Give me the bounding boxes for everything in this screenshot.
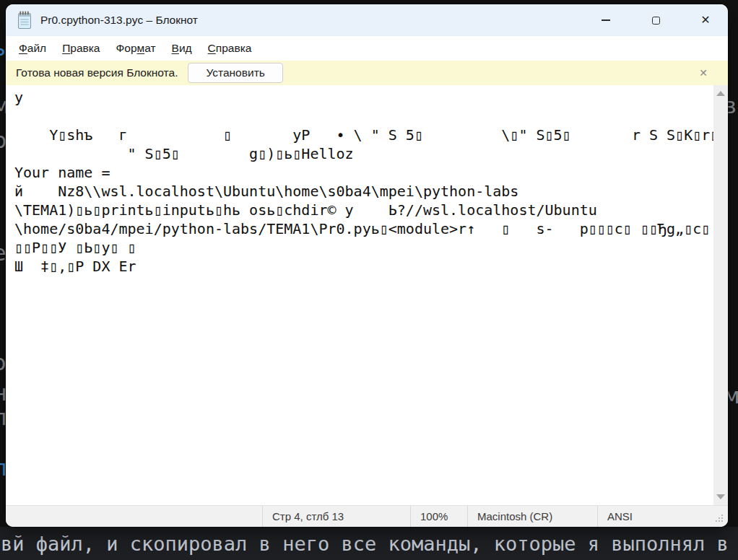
menu-accel: П <box>62 42 70 54</box>
update-notification-bar: Готова новая версия Блокнота. Установить… <box>6 61 728 85</box>
editor-line: й Nz8\\wsl.localhost\Ubuntu\home\s0ba4\m… <box>14 182 713 201</box>
menu-label-part: ид <box>179 42 192 54</box>
menu-file[interactable]: Файл <box>11 38 54 58</box>
menu-accel: С <box>208 42 216 54</box>
window-controls: ✕ <box>573 4 728 36</box>
menu-view[interactable]: Вид <box>164 38 200 58</box>
scroll-up-icon[interactable] <box>716 91 725 96</box>
statusbar: Стр 4, стлб 13 100% Macintosh (CR) ANSI <box>6 505 728 527</box>
notepad-window: Pr0.cpython-313.pyc – Блокнот ✕ Файл Пра… <box>6 4 728 527</box>
menu-label-part: правка <box>216 42 252 54</box>
update-message: Готова новая версия Блокнота. <box>16 66 178 79</box>
text-editor[interactable]: у Y▯shъ г ▯ yP • \ " S 5▯ \▯" S▯5▯ r S S… <box>6 85 713 505</box>
editor-line: \TEMA1)▯ь▯printь▯inputь▯hь osь▯chdir© y … <box>14 201 713 219</box>
status-line-ending: Macintosh (CR) <box>467 506 597 527</box>
maximize-button[interactable] <box>639 4 672 36</box>
notepad-app-icon <box>16 10 33 30</box>
editor-line: \home/s0ba4/mpei/python-labs/TEMA1\Pr0.p… <box>14 219 713 238</box>
menu-format[interactable]: Формат <box>108 38 163 58</box>
maximize-icon <box>652 17 660 25</box>
editor-line: у <box>14 88 713 107</box>
status-encoding: ANSI <box>597 506 728 527</box>
notification-close-icon[interactable]: ✕ <box>699 68 708 78</box>
editor-line <box>14 107 713 126</box>
menu-accel: В <box>172 42 179 54</box>
close-button[interactable]: ✕ <box>689 4 722 36</box>
background-letter: ь <box>0 38 6 59</box>
menu-edit[interactable]: Правка <box>54 38 108 58</box>
install-button[interactable]: Установить <box>188 63 282 83</box>
menu-help[interactable]: Справка <box>200 38 260 58</box>
menu-accel: м <box>137 42 145 54</box>
resize-grip[interactable] <box>716 515 724 523</box>
editor-line: Ш ‡▯,▯P DX Er <box>14 257 713 276</box>
minimize-icon <box>602 19 610 21</box>
status-spacer <box>6 506 262 527</box>
vertical-scrollbar[interactable] <box>713 85 728 505</box>
window-title: Pr0.cpython-313.pyc – Блокнот <box>40 14 198 27</box>
status-zoom-level: 100% <box>410 506 467 527</box>
status-cursor-position: Стр 4, стлб 13 <box>262 506 410 527</box>
titlebar[interactable]: Pr0.cpython-313.pyc – Блокнот ✕ <box>6 4 728 36</box>
close-icon: ✕ <box>700 14 710 26</box>
menu-label-part: равка <box>70 42 100 54</box>
editor-line: ▯▯P▯▯У ▯Ь▯у▯ ▯ <box>14 238 713 257</box>
minimize-button[interactable] <box>589 4 622 36</box>
editor-line: Y▯shъ г ▯ yP • \ " S 5▯ \▯" S▯5▯ r S S▯K… <box>14 126 713 144</box>
background-letter: ] <box>0 170 1 192</box>
menu-label-part: Фор <box>116 42 136 54</box>
editor-line: Your name = <box>14 163 713 182</box>
menubar: Файл Правка Формат Вид Справка <box>6 36 728 61</box>
menu-accel: Ф <box>19 42 27 54</box>
menu-label-part: айл <box>27 42 46 54</box>
background-terminal-area: вй файл, и скопировал в него все команды… <box>0 527 738 560</box>
scroll-down-icon[interactable] <box>716 494 725 499</box>
terminal-text-line: вй файл, и скопировал в него все команды… <box>1 533 729 555</box>
menu-label-part: ат <box>144 42 155 54</box>
editor-content: у Y▯shъ г ▯ yP • \ " S 5▯ \▯" S▯5▯ r S S… <box>6 85 728 505</box>
editor-line: " S▯5▯ g▯)▯ь▯Helloz <box>14 144 713 163</box>
